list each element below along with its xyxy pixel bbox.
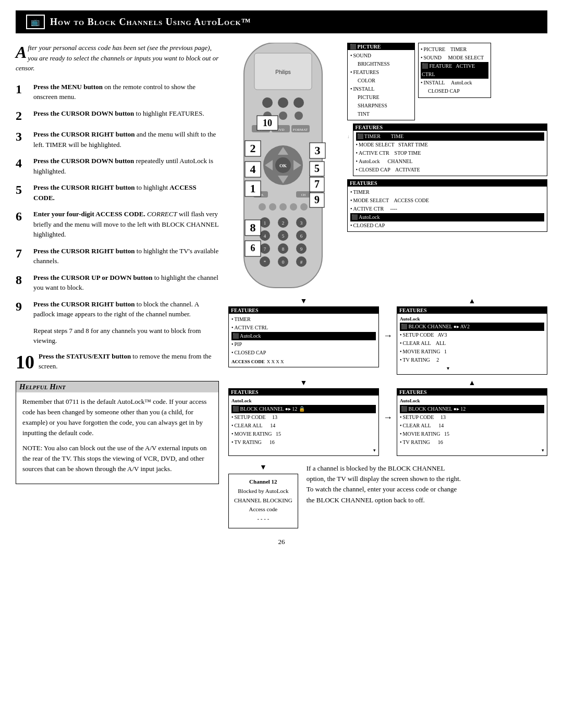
step-5-num: 5	[16, 182, 28, 198]
step-10: 10 Press the STATUS/EXIT button to remov…	[16, 351, 219, 374]
menu-item-inst: • INSTALL AutoLock	[421, 79, 488, 87]
hint-para-1: Remember that 0711 is the default AutoLo…	[22, 397, 212, 439]
panel-picture-body: • SOUND BRIGHTNESS • FEATURES COLOR • IN…	[348, 50, 414, 120]
more-right: ▾	[400, 447, 544, 454]
down-arrow-blocked: ▼	[260, 463, 267, 472]
svg-point-26	[259, 203, 266, 211]
svg-point-8	[295, 112, 303, 120]
movie-rating: • MOVIE RATING 1	[400, 348, 544, 356]
helpful-hint-box: Helpful Hint Remember that 0711 is the d…	[16, 381, 219, 484]
page-title: How to Block Channels Using AutoLock™	[50, 17, 251, 28]
up-arrow-right: ▲	[397, 379, 547, 387]
svg-text:6: 6	[251, 243, 255, 253]
panel-features3-body: • TIMER • MODE SELECT ACCESS CODE • ACTI…	[348, 187, 547, 231]
access-code-value-a: X X X X	[267, 358, 284, 365]
svg-text:9: 9	[300, 246, 303, 252]
remote-svg: Philips TV DVD FORMAT	[228, 43, 338, 293]
blocked-section: ▼ Channel 12 Blocked by AutoLock CHANNEL…	[228, 463, 298, 528]
step-6: 6 Enter your four-digit ACCESS CODE. COR…	[16, 209, 219, 240]
block-channel-selected: ⬛ BLOCK CHANNEL ●▸ AV2	[400, 323, 544, 331]
svg-text:2: 2	[282, 220, 285, 226]
setup-right: • SETUP CODE 13	[400, 413, 544, 422]
tv-rating: • TV RATING 2	[400, 356, 544, 364]
step-2: 2 Press the CURSOR DOWN button to highli…	[16, 108, 219, 124]
left-column: After your personal access code has been…	[16, 43, 219, 528]
mode-select: • MODE SELECT START TIME	[356, 141, 545, 149]
tvrating-left: • TV RATING 16	[231, 438, 376, 447]
svg-text:*: *	[264, 260, 266, 265]
block-ch-left: ⬛ BLOCK CHANNEL ●▸ 12 🔒	[231, 405, 376, 413]
header-icon: 📺	[26, 15, 45, 29]
step-2-content: Press the CURSOR DOWN button to highligh…	[33, 108, 204, 119]
clear-all: • CLEAR ALL ALL	[400, 339, 544, 348]
menu-item-sharpness: PICTURE	[350, 93, 412, 102]
menu-item-snd: • SOUND MODE SELECT	[421, 54, 488, 62]
panel-ch12-left-title: FEATURES	[229, 389, 378, 396]
panel-col-block: ▲ FEATURES AutoLock ⬛ BLOCK CHANNEL ●▸ A…	[397, 297, 547, 375]
menu-item-closed: CLOSED CAP	[421, 87, 488, 95]
step-1-num: 1	[16, 82, 28, 97]
svg-text:8: 8	[250, 221, 256, 234]
step-1-content: Press the MENU button on the remote cont…	[33, 82, 219, 102]
menu-panel-features3: FEATURES • TIMER • MODE SELECT ACCESS CO…	[347, 179, 547, 232]
step-1: 1 Press the MENU button on the remote co…	[16, 82, 219, 102]
intro-paragraph: After your personal access code has been…	[16, 43, 219, 73]
clear-left: • CLEAR ALL 14	[231, 422, 376, 430]
channel-blocked-display: Channel 12 Blocked by AutoLock CHANNEL B…	[228, 474, 298, 528]
step-3: 3 Press the CURSOR RIGHT button and the …	[16, 129, 219, 150]
helpful-hint-title: Helpful Hint	[16, 381, 218, 392]
intro-text: fter your personal access code has been …	[16, 44, 218, 72]
panel-ch12-right-body: AutoLock ⬛ BLOCK CHANNEL ●▸ 12 • SETUP C…	[397, 396, 547, 455]
blocked-line4: - - - -	[234, 514, 292, 524]
menu-item-pic: • PICTURE TIMER	[421, 45, 488, 54]
steps-list: 1 Press the MENU button on the remote co…	[16, 82, 219, 319]
panel-features1-body: • PICTURE TIMER • SOUND MODE SELECT ⬛ FE…	[419, 43, 491, 97]
panel-row-3: ↓ FEATURES ⬛ TIMER TIME • MODE SELECT ST…	[347, 124, 547, 176]
autolock-sub-right: AutoLock	[400, 397, 544, 404]
channel-num: Channel 12	[234, 478, 292, 485]
panel-ch12-left-body: AutoLock ⬛ BLOCK CHANNEL ●▸ 12 🔒 • SETUP…	[229, 396, 378, 455]
menu-item-sound: BRIGHTNESS	[350, 60, 412, 68]
step-4-num: 4	[16, 156, 28, 171]
closed-cap2: • CLOSED CAP	[350, 221, 544, 230]
blocked-line3: Access code	[234, 505, 292, 514]
svg-point-27	[269, 203, 276, 211]
drop-cap: A	[16, 44, 27, 60]
bottom-description: If a channel is blocked by the BLOCK CHA…	[307, 463, 463, 505]
panel-col-ch12-right: ▲ FEATURES AutoLock ⬛ BLOCK CHANNEL ●▸ 1…	[397, 379, 547, 456]
menu-item-install: COLOR	[350, 77, 412, 85]
svg-text:2: 2	[250, 142, 256, 155]
access-code-label-a: ACCESS CODE	[231, 358, 265, 365]
down-arrow-1: ▼	[300, 297, 308, 305]
panel-col-ch12-left: ▼ FEATURES AutoLock ⬛ BLOCK CHANNEL ●▸ 1…	[228, 379, 379, 456]
svg-text:8: 8	[282, 246, 285, 252]
panel-block-title: FEATURES	[397, 307, 547, 314]
panel-col-access: ▼ FEATURES • TIMER • ACTIVE CTRL ⬛ AutoL…	[228, 297, 379, 375]
up-arrow-block: ▲	[469, 297, 476, 305]
step-5: 5 Press the CURSOR RIGHT button to highl…	[16, 182, 219, 203]
movie-right: • MOVIE RATING 15	[400, 430, 544, 438]
menu-item-features: • FEATURES	[350, 68, 412, 77]
svg-text:9: 9	[314, 194, 320, 205]
svg-text:3: 3	[315, 144, 321, 157]
movie-left: • MOVIE RATING 15	[231, 430, 376, 438]
svg-text:4: 4	[250, 163, 256, 176]
active-ctrl-a: • ACTIVE CTRL	[231, 324, 376, 332]
hint-para-2: NOTE: You also can block out the use of …	[22, 443, 212, 474]
svg-text:1: 1	[250, 182, 256, 195]
panel-block-body: AutoLock ⬛ BLOCK CHANNEL ●▸ AV2 • SETUP …	[397, 314, 547, 374]
page-header: 📺 How to Block Channels Using AutoLock™	[16, 10, 547, 33]
svg-point-28	[279, 203, 287, 211]
svg-text:4: 4	[264, 233, 266, 239]
menu-panel-ch12-left: FEATURES AutoLock ⬛ BLOCK CHANNEL ●▸ 12 …	[228, 388, 379, 456]
menu-item-feat-selected: ⬛ FEATURE ACTIVE CTRL	[421, 62, 488, 79]
svg-text:3: 3	[300, 220, 303, 226]
svg-text:0: 0	[282, 260, 285, 265]
menu-panel-picture: ⬛ PICTURE • SOUND BRIGHTNESS • FEATURES …	[347, 43, 415, 120]
step-7: 7 Press the CURSOR RIGHT button to highl…	[16, 246, 219, 266]
svg-text:7: 7	[314, 178, 320, 190]
menu-panel-ch12-right: FEATURES AutoLock ⬛ BLOCK CHANNEL ●▸ 12 …	[397, 388, 547, 456]
svg-point-29	[290, 203, 297, 211]
menu-panel-block-channel: FEATURES AutoLock ⬛ BLOCK CHANNEL ●▸ AV2…	[397, 306, 547, 375]
more-indicator: ▾	[400, 364, 544, 373]
